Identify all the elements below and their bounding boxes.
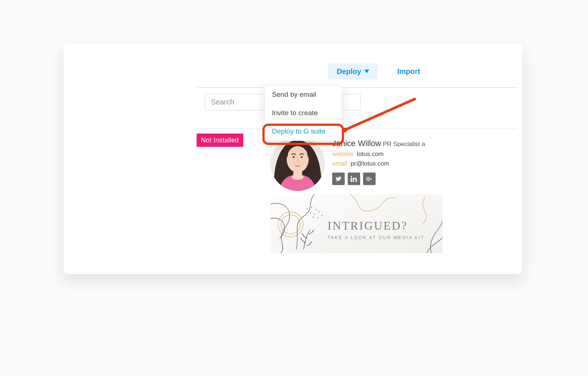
banner-headline: INTRIGUED? xyxy=(327,219,408,232)
import-button-label: Import xyxy=(397,67,420,76)
status-badge: Not Installed xyxy=(197,134,243,147)
signature-email-value: pr@lotus.com xyxy=(351,160,389,167)
twitter-icon[interactable] xyxy=(332,173,345,185)
svg-point-15 xyxy=(314,214,315,215)
dropdown-item-deploy-gsuite[interactable]: Deploy to G suite xyxy=(265,122,342,141)
dropdown-item-send-email[interactable]: Send by email xyxy=(265,85,342,104)
dropdown-item-label: Send by email xyxy=(272,91,316,98)
app-card: Deploy Import Search Not Installed Send … xyxy=(64,44,522,274)
signature-preview: Janice Willow PR Specialist a website: l… xyxy=(268,134,444,273)
deploy-button[interactable]: Deploy xyxy=(328,63,378,79)
banner-subhead: TAKE A LOOK AT OUR MEDIA KIT xyxy=(327,235,425,240)
svg-point-19 xyxy=(313,217,314,218)
dropdown-item-label: Deploy to G suite xyxy=(272,127,326,135)
svg-point-12 xyxy=(311,207,312,208)
svg-point-18 xyxy=(317,217,318,219)
svg-point-7 xyxy=(301,156,303,158)
import-button[interactable]: Import xyxy=(397,63,420,79)
svg-point-11 xyxy=(307,209,308,210)
dropdown-item-label: Invite to create xyxy=(272,109,318,117)
social-row xyxy=(332,173,376,185)
signature-website-value: lotus.com xyxy=(357,150,384,157)
svg-point-6 xyxy=(293,156,295,158)
googleplus-icon[interactable] xyxy=(363,173,376,185)
chevron-down-icon xyxy=(364,70,369,73)
svg-point-14 xyxy=(310,212,311,213)
avatar-image xyxy=(270,136,325,191)
divider xyxy=(197,128,517,129)
svg-point-16 xyxy=(319,212,320,213)
signature-title: PR Specialist a xyxy=(383,141,425,148)
signature-website-key: website: xyxy=(332,150,355,157)
linkedin-icon[interactable] xyxy=(348,173,360,185)
status-badge-label: Not Installed xyxy=(201,136,239,144)
dropdown-item-invite-create[interactable]: Invite to create xyxy=(265,104,342,122)
deploy-button-label: Deploy xyxy=(337,67,361,76)
signature-banner[interactable]: INTRIGUED? TAKE A LOOK AT OUR MEDIA KIT xyxy=(270,194,442,253)
signature-text: Janice Willow PR Specialist a website: l… xyxy=(332,139,444,167)
deploy-dropdown[interactable]: Send by email Invite to create Deploy to… xyxy=(264,85,342,141)
svg-point-17 xyxy=(322,215,323,216)
svg-point-13 xyxy=(316,209,317,210)
search-placeholder: Search xyxy=(211,98,234,106)
svg-point-5 xyxy=(292,174,304,180)
divider xyxy=(197,87,517,88)
signature-email-key: email: xyxy=(332,160,349,167)
avatar xyxy=(270,136,325,191)
